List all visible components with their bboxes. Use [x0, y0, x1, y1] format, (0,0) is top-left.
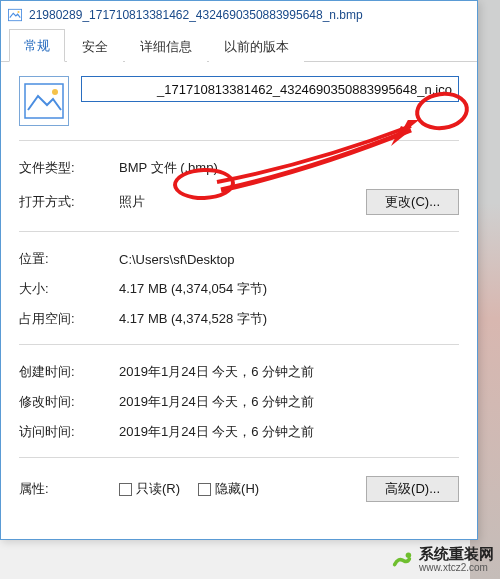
- separator: [19, 344, 459, 345]
- file-thumbnail: [19, 76, 69, 126]
- general-panel: 文件类型: BMP 文件 (.bmp) 打开方式: 照片 更改(C)... 位置…: [1, 62, 477, 516]
- tab-previous-versions[interactable]: 以前的版本: [209, 30, 304, 62]
- separator: [19, 231, 459, 232]
- accessed-value: 2019年1月24日 今天，6 分钟之前: [119, 423, 459, 441]
- watermark: 系统重装网 www.xtcz2.com: [391, 546, 494, 574]
- watermark-url: www.xtcz2.com: [419, 562, 494, 573]
- advanced-button[interactable]: 高级(D)...: [366, 476, 459, 502]
- tab-strip: 常规 安全 详细信息 以前的版本: [1, 28, 477, 62]
- tab-general[interactable]: 常规: [9, 29, 65, 62]
- opens-with-label: 打开方式:: [19, 193, 119, 211]
- tab-security[interactable]: 安全: [67, 30, 123, 62]
- created-label: 创建时间:: [19, 363, 119, 381]
- opens-with-value: 照片: [119, 193, 350, 211]
- checkbox-box-icon: [119, 483, 132, 496]
- svg-point-1: [17, 10, 19, 12]
- attributes-label: 属性:: [19, 480, 119, 498]
- tab-details[interactable]: 详细信息: [125, 30, 207, 62]
- watermark-title: 系统重装网: [419, 546, 494, 563]
- checkbox-label: 只读(R): [136, 480, 180, 498]
- button-label: 高级(D)...: [385, 480, 440, 498]
- hidden-checkbox[interactable]: 隐藏(H): [198, 480, 259, 498]
- titlebar[interactable]: 21980289_171710813381462_432469035088399…: [1, 0, 477, 28]
- button-label: 更改(C)...: [385, 193, 440, 211]
- created-value: 2019年1月24日 今天，6 分钟之前: [119, 363, 459, 381]
- tab-label: 常规: [24, 38, 50, 53]
- checkbox-box-icon: [198, 483, 211, 496]
- image-file-icon: [7, 7, 23, 23]
- tab-label: 安全: [82, 39, 108, 54]
- change-open-with-button[interactable]: 更改(C)...: [366, 189, 459, 215]
- window-title: 21980289_171710813381462_432469035088399…: [29, 8, 471, 22]
- separator: [19, 140, 459, 141]
- location-value: C:\Users\sf\Desktop: [119, 252, 459, 267]
- properties-window: 21980289_171710813381462_432469035088399…: [0, 0, 478, 540]
- size-label: 大小:: [19, 280, 119, 298]
- separator: [19, 457, 459, 458]
- modified-value: 2019年1月24日 今天，6 分钟之前: [119, 393, 459, 411]
- svg-point-6: [406, 553, 412, 559]
- location-label: 位置:: [19, 250, 119, 268]
- readonly-checkbox[interactable]: 只读(R): [119, 480, 180, 498]
- accessed-label: 访问时间:: [19, 423, 119, 441]
- size-on-disk-label: 占用空间:: [19, 310, 119, 328]
- checkbox-label: 隐藏(H): [215, 480, 259, 498]
- svg-point-3: [52, 89, 58, 95]
- tab-label: 以前的版本: [224, 39, 289, 54]
- size-value: 4.17 MB (4,374,054 字节): [119, 280, 459, 298]
- watermark-logo-icon: [391, 548, 413, 570]
- file-type-value: BMP 文件 (.bmp): [119, 159, 459, 177]
- file-type-label: 文件类型:: [19, 159, 119, 177]
- tab-label: 详细信息: [140, 39, 192, 54]
- size-on-disk-value: 4.17 MB (4,374,528 字节): [119, 310, 459, 328]
- modified-label: 修改时间:: [19, 393, 119, 411]
- filename-input[interactable]: [81, 76, 459, 102]
